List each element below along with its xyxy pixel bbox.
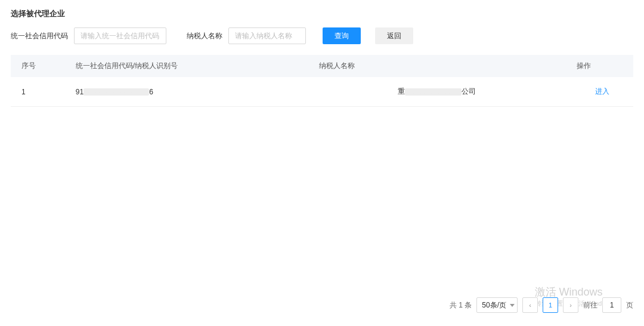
next-page-button[interactable]: ›	[563, 297, 578, 313]
pagination-bar: 共 1 条 50条/页 ‹ 1 › 前往 页	[450, 297, 633, 313]
query-button[interactable]: 查询	[323, 27, 361, 44]
header-seq: 序号	[11, 55, 65, 77]
prev-page-button[interactable]: ‹	[522, 297, 538, 313]
cell-seq: 1	[11, 77, 65, 107]
cell-name: 重xxxxxxxxxxxx公司	[308, 77, 565, 107]
enterprise-table: 序号 统一社会信用代码/纳税人识别号 纳税人名称 操作 1 91xxxxxxxx…	[11, 55, 633, 107]
goto-label: 前往	[583, 300, 597, 310]
name-suffix: 公司	[462, 87, 476, 96]
page-size-select[interactable]: 50条/页	[476, 297, 518, 313]
name-prefix: 重	[398, 87, 405, 96]
page-title: 选择被代理企业	[11, 8, 633, 19]
page-size-label: 50条/页	[482, 300, 506, 310]
back-button[interactable]: 返回	[375, 27, 413, 44]
taxpayer-name-input[interactable]	[228, 27, 306, 44]
credit-code-label: 统一社会信用代码	[11, 31, 68, 41]
enter-link[interactable]: 进入	[595, 87, 609, 96]
cell-action: 进入	[566, 77, 634, 107]
table-row: 1 91xxxxxxxxxxxxxx6 重xxxxxxxxxxxx公司 进入	[11, 77, 633, 107]
goto-suffix: 页	[626, 300, 633, 310]
filter-bar: 统一社会信用代码 纳税人名称 查询 返回	[11, 27, 633, 44]
table-header-row: 序号 统一社会信用代码/纳税人识别号 纳税人名称 操作	[11, 55, 633, 77]
goto-page-input[interactable]	[602, 297, 621, 313]
header-action: 操作	[566, 55, 634, 77]
credit-code-input[interactable]	[74, 27, 166, 44]
redacted-block: xxxxxxxxxxxx	[405, 88, 462, 96]
page-number-button[interactable]: 1	[543, 297, 558, 313]
total-count: 共 1 条	[450, 300, 472, 310]
code-suffix: 6	[149, 88, 153, 96]
code-prefix: 91	[76, 88, 83, 96]
header-code: 统一社会信用代码/纳税人识别号	[65, 55, 309, 77]
taxpayer-name-label: 纳税人名称	[187, 31, 222, 41]
header-name: 纳税人名称	[308, 55, 565, 77]
redacted-block: xxxxxxxxxxxxxx	[83, 88, 149, 96]
cell-code: 91xxxxxxxxxxxxxx6	[65, 77, 309, 107]
chevron-down-icon	[510, 304, 515, 307]
